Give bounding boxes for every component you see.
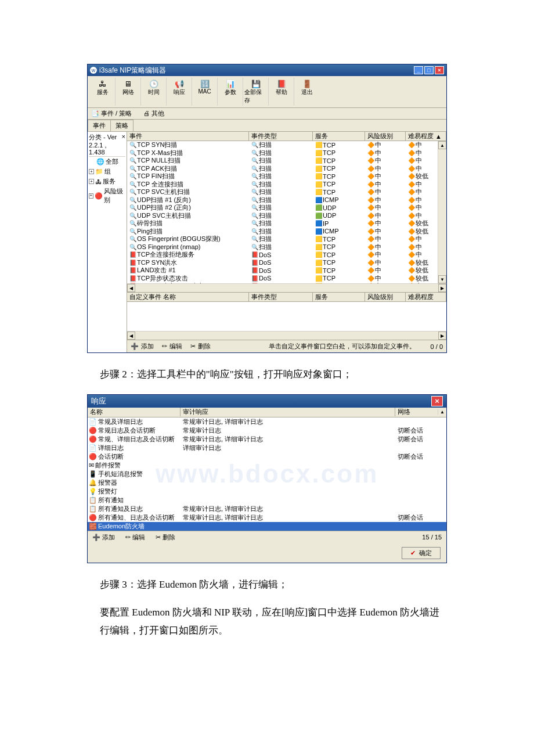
expand-icon[interactable]: + [89,179,94,184]
delete-button[interactable]: ✂ 删除 [156,533,175,542]
titlebar[interactable]: w i3safe NIP策略编辑器 _ □ × [88,64,446,76]
scroll-up-icon[interactable]: ▲ [438,409,446,415]
delete-button[interactable]: ✂删除 [190,342,211,351]
horizontal-scrollbar[interactable]: ◀ ▶ [127,283,446,292]
table-row[interactable]: 🔍UDP SVC主机扫描🔍扫描🟩UDP🔶中🔶中 [127,212,446,220]
scroll-down-icon[interactable]: ▼ [438,275,446,283]
response-grid-body[interactable]: www.bdocx.com 📄常规及详细日志常规审计日志, 详细审计日志🔴常规日… [88,417,446,531]
table-row[interactable]: 🔍TCP 全连接扫描🔍扫描🟨TCP🔶中🔶中 [127,181,446,189]
scroll-right-icon[interactable]: ▶ [438,284,446,292]
col-network[interactable]: 网络 [395,408,438,416]
col-custom-service[interactable]: 服务 [313,293,365,301]
col-difficulty[interactable]: 难易程度 ▲ [406,132,446,141]
col-custom-diff[interactable]: 难易程度 [406,293,446,301]
tree-node[interactable]: +🖧服务 [89,177,125,186]
close-button[interactable]: × [431,396,443,406]
maximize-button[interactable]: □ [424,66,434,74]
toolbar-MAC[interactable]: 🔢MAC [192,78,218,106]
col-custom-risk[interactable]: 风险级别 [365,293,406,301]
scroll-left-icon[interactable]: ◀ [127,284,135,292]
toolbar-全部保存[interactable]: 💾全部保存 [243,78,269,106]
toolbar-参数[interactable]: 📊参数 [218,78,243,106]
tab-events-policy[interactable]: 📑 事件 / 策略 [91,109,132,118]
toolbar-网络[interactable]: 🖥网络 [116,78,141,106]
titlebar[interactable]: 响应 × [88,395,446,408]
table-row[interactable]: 📕Winnuke攻击(OOB攻击)📕DoS🟨TCP🔶中🔶中 [127,282,446,283]
edit-button[interactable]: ✏ 编辑 [125,533,145,542]
toolbar-响应[interactable]: 📢响应 [167,78,192,106]
list-item[interactable]: 🧱Eudemon防火墙 [88,522,446,531]
list-item[interactable]: 📄常规及详细日志常规审计日志, 详细审计日志 [88,417,446,426]
col-custom-type[interactable]: 事件类型 [249,293,313,301]
tab-policy[interactable]: 策略 [110,120,134,131]
table-row[interactable]: 🔍UDP扫描 #2 (正向)🔍扫描🟩UDP🔶中🔶中 [127,204,446,212]
col-event[interactable]: 事件 [127,132,249,141]
table-row[interactable]: 📕LAND攻击 #1📕DoS🟨TCP🔶中🔶较低 [127,267,446,275]
toolbar-服务[interactable]: 🖧服务 [90,78,116,106]
scroll-left-icon[interactable]: ◀ [127,332,135,340]
expand-icon[interactable]: + [89,193,93,199]
toolbar-label: 服务 [97,88,109,96]
table-row[interactable]: 📕TCP全连接拒绝服务📕DoS🟨TCP🔶中🔶中 [127,251,446,259]
toolbar-icon: 🕒 [149,79,158,88]
toolbar-退出[interactable]: 🚪退出 [294,78,320,106]
list-item[interactable]: 🔴常规日志及会话切断常规审计日志切断会话 [88,426,446,435]
table-row[interactable]: 🔍TCP SVC主机扫描🔍扫描🟨TCP🔶中🔶中 [127,188,446,196]
add-button[interactable]: ➕ 添加 [92,533,115,542]
table-row[interactable]: 🔍TCP FIN扫描🔍扫描🟨TCP🔶中🔶较低 [127,172,446,181]
tree-node[interactable]: +🔴风险级别 [89,186,125,205]
tree-node[interactable]: +📁组 [89,167,125,177]
table-row[interactable]: 🔍UDP扫描 #1 (反向)🔍扫描🟦ICMP🔶中🔶中 [127,196,446,204]
risk-icon: 🔶 [367,142,374,148]
col-audit[interactable]: 审计响应 [181,408,395,416]
list-item[interactable]: 🔴会话切断切断会话 [88,452,446,461]
scroll-up-icon[interactable]: ▲ [438,141,446,149]
table-row[interactable]: 🔍碎骨扫描🔍扫描🟦IP🔶中🔶较低 [127,219,446,228]
list-item[interactable]: 📋所有通知 [88,496,446,505]
tree-close-icon[interactable]: × [122,133,125,156]
col-custom-name[interactable]: 自定义事件 名称 [127,293,249,301]
toolbar-时间[interactable]: 🕒时间 [141,78,167,106]
toolbar-帮助[interactable]: 📕帮助 [269,78,294,106]
list-item[interactable]: 📄详细日志详细审计日志 [88,444,446,452]
table-row[interactable]: 🔍OS Fingerprint (nmap)🔍扫描🟨TCP🔶中🔶中 [127,243,446,251]
item-icon: 💡 [89,488,97,495]
table-row[interactable]: 🔍TCP SYN扫描🔍扫描🟨TCP🔶中🔶中 [127,141,446,149]
event-grid-body[interactable]: 🔍TCP SYN扫描🔍扫描🟨TCP🔶中🔶中🔍TCP X-Mas扫描🔍扫描🟨TCP… [127,141,446,283]
list-item[interactable]: 🔴所有通知、日志及会话切断常规审计日志, 详细审计日志切断会话 [88,513,446,522]
table-row[interactable]: 🔍TCP X-Mas扫描🔍扫描🟨TCP🔶中🔶中 [127,149,446,157]
list-item[interactable]: 🔴常规、详细日志及会话切断常规审计日志, 详细审计日志切断会话 [88,435,446,444]
expand-icon[interactable]: + [89,169,94,174]
col-name[interactable]: 名称 [88,408,181,416]
custom-horizontal-scrollbar[interactable]: ◀ ▶ [127,331,446,340]
vertical-scrollbar[interactable]: ▲ ▼ [438,141,446,283]
list-item[interactable]: 🔔报警器 [88,478,446,487]
add-button[interactable]: ➕添加 [131,342,154,351]
table-row[interactable]: 📕TCP异步状态攻击📕DoS🟨TCP🔶中🔶较低 [127,275,446,283]
step2-text: 步骤 2：选择工具栏中的"响应"按钮，打开响应对象窗口； [100,366,447,384]
list-item[interactable]: 💡报警灯 [88,487,446,496]
category-tree[interactable]: 分类 - Ver 2.2.1 , 1.438 × 🌐全部+📁组+🖧服务+🔴风险级… [88,132,127,352]
scroll-right-icon[interactable]: ▶ [438,332,446,340]
custom-event-body[interactable] [127,302,446,331]
bottom-toolbar: ➕添加 ✏编辑 ✂删除 单击自定义事件窗口空白处，可以添加自定义事件。 0 / … [127,340,446,352]
tree-node[interactable]: 🌐全部 [89,157,125,167]
table-row[interactable]: 🔍TCP NULL扫描🔍扫描🟨TCP🔶中🔶中 [127,157,446,165]
tab-other[interactable]: 🖨 其他 [143,109,164,118]
col-event-type[interactable]: 事件类型 [249,132,313,141]
table-row[interactable]: 🔍OS Fingerprint (BOGUS探测)🔍扫描🟨TCP🔶中🔶中 [127,235,446,243]
col-service[interactable]: 服务 [313,132,365,141]
list-item[interactable]: ✉邮件报警 [88,461,446,470]
edit-button[interactable]: ✏编辑 [162,342,182,351]
risk-icon: 🔶 [367,283,374,283]
table-row[interactable]: 📕TCP SYN洪水📕DoS🟨TCP🔶中🔶较低 [127,259,446,267]
table-row[interactable]: 🔍TCP ACK扫描🔍扫描🟨TCP🔶中🔶中 [127,165,446,173]
list-item[interactable]: 📱手机短消息报警 [88,470,446,478]
list-item[interactable]: 📋所有通知及日志常规审计日志, 详细审计日志 [88,505,446,513]
ok-button[interactable]: ✔确定 [402,547,441,559]
tab-event[interactable]: 事件 [88,120,111,131]
col-risk[interactable]: 风险级别 [365,132,406,141]
minimize-button[interactable]: _ [414,66,423,74]
table-row[interactable]: 🔍Ping扫描🔍扫描🟦ICMP🔶中🔶较低 [127,228,446,236]
close-button[interactable]: × [435,66,444,74]
